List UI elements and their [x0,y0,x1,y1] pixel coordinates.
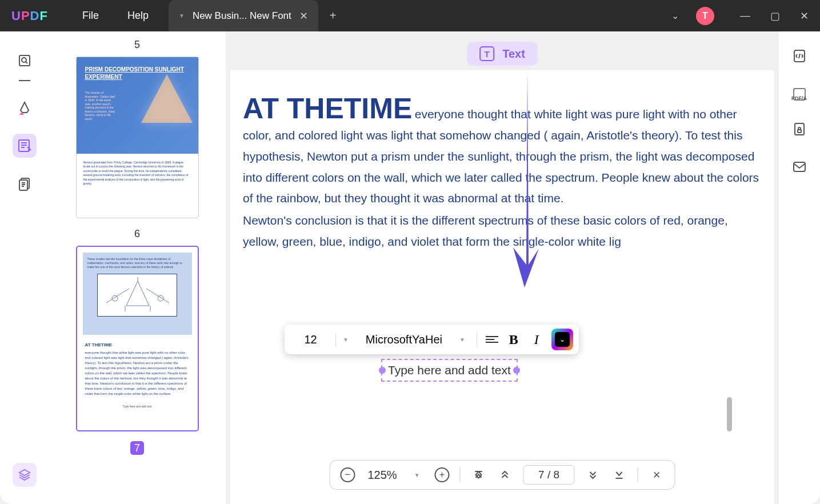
convert-tool-icon[interactable] [792,49,807,67]
thumbnail-page-7[interactable]: These studies laid the foundation for th… [76,246,199,431]
tab-add-button[interactable]: + [330,9,337,22]
highlight-tool-icon[interactable] [13,95,37,119]
page-number-5: 5 [134,39,140,51]
close-bar-button[interactable]: ✕ [649,467,665,483]
main-editor-area: T Text AT THETIME everyone thought that … [226,31,779,504]
text-input-placeholder: Type here and add text [388,363,511,377]
next-page-button[interactable] [585,467,601,483]
font-size-input[interactable] [290,333,336,346]
font-size-dropdown-icon[interactable]: ▼ [338,337,353,343]
right-toolbar: PDF/A [779,31,820,504]
thumb7-placeholder: Type here and add text [85,405,190,409]
layers-button[interactable] [13,463,37,487]
mail-tool-icon[interactable] [792,161,807,177]
thumb5-subtitle: The founder of kinematics. Galileo died … [85,91,117,121]
text-input-field[interactable]: Type here and add text [381,359,518,382]
thumbnail-panel: 5 PRISM DECOMPOSITION SUNLIGHT EXPERIMEN… [49,31,226,504]
document-tab[interactable]: ▼ New Busin... New Font ✕ [169,0,318,31]
app-logo: UPDF [11,9,48,23]
pdfa-label: PDF/A [791,95,807,101]
titlebar: UPDF File Help ▼ New Busin... New Font ✕… [0,0,820,31]
svg-point-1 [22,58,26,62]
user-avatar[interactable]: T [696,7,714,25]
zoom-navigation-bar: − 125% ▼ + ✕ [329,460,675,490]
text-tool-icon: T [479,46,494,61]
thumb7-intro: These studies laid the foundation for th… [87,257,187,269]
thumb7-body: everyone thought that white light was pu… [85,351,189,395]
text-tool-label: Text [502,47,525,61]
protect-tool-icon[interactable] [792,122,807,140]
menu-help[interactable]: Help [127,10,149,22]
window-minimize-icon[interactable]: — [740,10,750,22]
zoom-in-button[interactable]: + [435,467,450,482]
zoom-level: 125% [365,469,399,482]
svg-rect-10 [798,130,801,133]
annotation-arrow-icon [505,70,545,299]
first-page-button[interactable] [471,467,487,483]
prev-page-button[interactable] [497,467,513,483]
menu-file[interactable]: File [82,10,99,22]
edit-text-tool-icon[interactable] [13,134,37,158]
text-resize-handle-left[interactable] [379,367,386,374]
italic-button[interactable]: I [527,332,546,347]
tab-dropdown-icon[interactable]: ▼ [179,13,185,19]
text-tool-indicator[interactable]: T Text [467,42,538,66]
svg-rect-0 [19,55,30,66]
text-format-toolbar: ▼ ▼ B I ⌄ [285,325,579,354]
document-page[interactable]: AT THETIME everyone thought that white l… [230,70,774,504]
page-number-input[interactable] [523,465,575,485]
scrollbar-thumb[interactable] [727,397,732,431]
pdfa-tool-icon[interactable]: PDF/A [791,87,807,101]
svg-rect-11 [794,162,805,171]
svg-point-5 [112,295,118,301]
zoom-dropdown-icon[interactable]: ▼ [410,472,425,478]
thumb7-diagram [97,274,177,317]
text-color-button[interactable]: ⌄ [551,329,573,350]
search-tool-icon[interactable] [13,49,37,73]
doc-heading[interactable]: AT THETIME [243,93,412,125]
zoom-out-button[interactable]: − [340,467,355,482]
tab-title: New Busin... New Font [193,10,291,22]
align-left-button[interactable] [484,331,500,347]
font-family-input[interactable] [355,333,453,346]
left-toolbar [0,31,49,504]
tab-close-button[interactable]: ✕ [299,10,308,22]
pages-tool-icon[interactable] [13,172,37,196]
toolbar-separator [19,80,30,81]
doc-paragraph-2[interactable]: Newton's conclusion is that it is the di… [243,210,762,253]
svg-point-6 [158,295,163,301]
thumbnail-page-5[interactable]: PRISM DECOMPOSITION SUNLIGHT EXPERIMENT … [76,57,199,218]
thumb5-body: Newton graduated from Trinity College, C… [83,161,191,186]
bold-button[interactable]: B [502,332,525,347]
window-maximize-icon[interactable]: ▢ [770,10,780,22]
page-number-6: 6 [134,228,140,240]
thumb7-heading: AT THETIME [85,342,190,349]
font-family-dropdown-icon[interactable]: ▼ [455,337,470,343]
main-menu: File Help [82,10,149,22]
page-number-7: 7 [130,441,144,455]
last-page-button[interactable] [611,467,627,483]
window-close-icon[interactable]: ✕ [800,10,809,22]
text-resize-handle-right[interactable] [513,367,520,374]
app-menu-dropdown[interactable]: ⌄ [671,10,679,21]
